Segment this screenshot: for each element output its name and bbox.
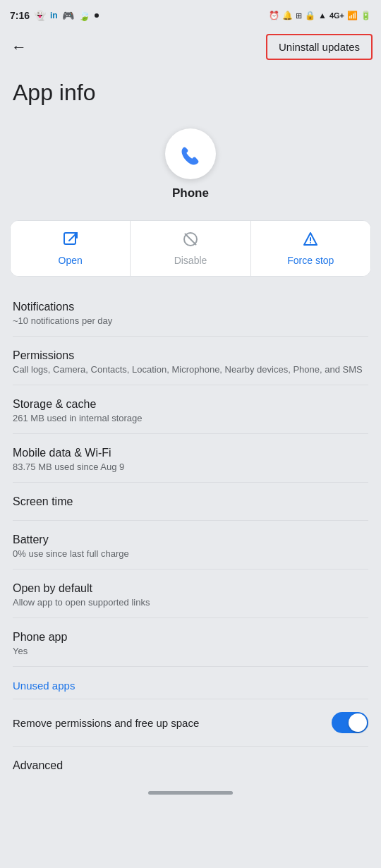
mobile-data-title: Mobile data & Wi-Fi: [13, 447, 368, 459]
battery-icon: 🔋: [361, 11, 371, 20]
disable-label: Disable: [174, 255, 207, 266]
permissions-item[interactable]: Permissions Call logs, Camera, Contacts,…: [0, 337, 381, 385]
grid-icon: ⊞: [296, 11, 302, 20]
action-buttons: Open Disable Force stop: [10, 220, 371, 277]
svg-point-3: [310, 242, 311, 243]
dot-icon: [95, 13, 99, 18]
signal-icon: 📶: [347, 11, 358, 20]
screen-time-title: Screen time: [13, 495, 368, 508]
vpn-icon: 🔒: [305, 11, 315, 20]
advanced-item[interactable]: Advanced: [0, 747, 381, 784]
open-label: Open: [59, 255, 83, 266]
remove-permissions-label: Remove permissions and free up space: [13, 717, 332, 729]
advanced-title: Advanced: [13, 759, 368, 772]
alarm-icon: ⏰: [269, 11, 279, 20]
status-bar: 7:16 👻 in 🎮 🍃 ⏰ 🔔 ⊞ 🔒 ▲ 4G+ 📶 🔋: [0, 0, 381, 28]
storage-subtitle: 261 MB used in internal storage: [13, 413, 368, 423]
network-4g-icon: 4G+: [329, 11, 344, 20]
phone-icon: [176, 139, 205, 169]
open-button[interactable]: Open: [11, 221, 131, 276]
permissions-subtitle: Call logs, Camera, Contacts, Location, M…: [13, 364, 368, 375]
unused-apps-link[interactable]: Unused apps: [0, 667, 381, 699]
linkedin-icon: in: [50, 11, 58, 20]
app-icon: [165, 128, 216, 179]
toggle-thumb: [349, 713, 367, 732]
svg-point-0: [176, 139, 205, 169]
mobile-data-item[interactable]: Mobile data & Wi-Fi 83.75 MB used since …: [0, 434, 381, 482]
app-icon-section: Phone: [0, 117, 381, 215]
phone-app-title: Phone app: [13, 631, 368, 644]
status-left: 7:16 👻 in 🎮 🍃: [10, 10, 99, 21]
top-bar: ← Uninstall updates: [0, 28, 381, 66]
volume-icon: 🔔: [282, 11, 293, 20]
remove-permissions-toggle-row[interactable]: Remove permissions and free up space: [0, 699, 381, 746]
open-by-default-subtitle: Allow app to open supported links: [13, 597, 368, 608]
person-play-icon: 🎮: [62, 10, 74, 21]
phone-app-subtitle: Yes: [13, 646, 368, 656]
force-stop-label: Force stop: [287, 255, 334, 266]
storage-item[interactable]: Storage & cache 261 MB used in internal …: [0, 385, 381, 433]
force-stop-icon: [302, 231, 319, 252]
open-by-default-title: Open by default: [13, 582, 368, 595]
ghost-icon: 👻: [34, 10, 46, 21]
screen-time-item[interactable]: Screen time: [0, 483, 381, 520]
open-by-default-item[interactable]: Open by default Allow app to open suppor…: [0, 569, 381, 617]
back-button[interactable]: ←: [8, 35, 30, 59]
leaf-icon: 🍃: [78, 10, 90, 21]
remove-permissions-toggle[interactable]: [332, 712, 368, 733]
notifications-subtitle: ~10 notifications per day: [13, 315, 368, 326]
notifications-title: Notifications: [13, 301, 368, 313]
disable-icon: [182, 231, 199, 252]
disable-button[interactable]: Disable: [131, 221, 250, 276]
signal-bar-icon: ▲: [318, 11, 327, 20]
battery-title: Battery: [13, 534, 368, 546]
home-indicator: [148, 791, 233, 795]
top-bar-title: Uninstall updates: [38, 34, 373, 60]
mobile-data-subtitle: 83.75 MB used since Aug 9: [13, 462, 368, 472]
battery-subtitle: 0% use since last full charge: [13, 548, 368, 559]
settings-list: Notifications ~10 notifications per day …: [0, 288, 381, 784]
status-right: ⏰ 🔔 ⊞ 🔒 ▲ 4G+ 📶 🔋: [269, 11, 371, 20]
open-icon: [62, 231, 79, 252]
status-time: 7:16: [10, 10, 30, 21]
uninstall-updates-button[interactable]: Uninstall updates: [266, 34, 373, 60]
force-stop-button[interactable]: Force stop: [251, 221, 370, 276]
svg-rect-1: [64, 233, 75, 244]
bottom-bar: [0, 784, 381, 804]
permissions-title: Permissions: [13, 349, 368, 362]
app-name: Phone: [172, 186, 209, 200]
page-title: App info: [0, 66, 381, 117]
notifications-item[interactable]: Notifications ~10 notifications per day: [0, 288, 381, 336]
storage-title: Storage & cache: [13, 398, 368, 411]
phone-app-item[interactable]: Phone app Yes: [0, 618, 381, 666]
battery-item[interactable]: Battery 0% use since last full charge: [0, 521, 381, 569]
